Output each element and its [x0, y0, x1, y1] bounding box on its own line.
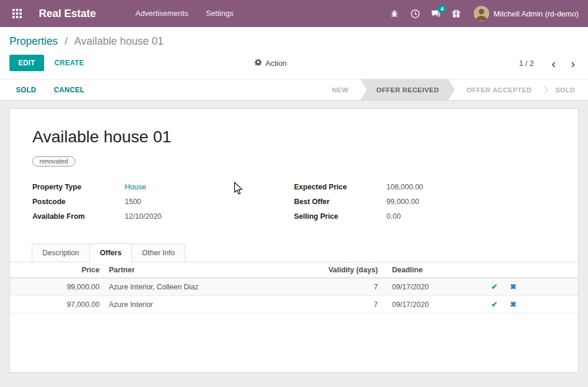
refuse-offer-icon[interactable]: ✖	[510, 300, 517, 309]
tab-offers[interactable]: Offers	[89, 243, 132, 262]
offer-1-validity: 7	[278, 278, 383, 296]
activities-clock-icon[interactable]	[405, 0, 426, 27]
column-spacer	[523, 262, 578, 278]
offer-row-1[interactable]: 99,000.00 Azure Interior, Colleen Diaz 7…	[10, 278, 578, 296]
offer-1-partner: Azure Interior, Colleen Diaz	[104, 278, 278, 296]
breadcrumb-separator: /	[65, 35, 68, 47]
cancel-button[interactable]: CANCEL	[45, 82, 94, 98]
user-name: Mitchell Admin (rd-demo)	[494, 9, 579, 18]
app-window: Real Estate Advertisements Settings	[0, 0, 588, 387]
column-deadline[interactable]: Deadline	[383, 262, 486, 278]
messages-chat-icon[interactable]: 4	[426, 0, 446, 27]
top-navbar: Real Estate Advertisements Settings	[0, 0, 588, 27]
breadcrumb: Properties / Available house 01	[9, 35, 579, 48]
field-value-expected-price: 106,000.00	[387, 182, 424, 192]
offer-row-2[interactable]: 97,000.00 Azure Interior 7 09/17/2020 ✔ …	[10, 296, 578, 313]
status-step-sold[interactable]: SOLD	[543, 79, 587, 100]
field-label-available-from: Available From	[32, 212, 125, 221]
chat-unread-badge: 4	[438, 5, 446, 13]
user-menu[interactable]: Mitchell Admin (rd-demo)	[467, 0, 588, 27]
gear-icon	[254, 58, 262, 68]
statusbar-buttons: SOLD CANCEL	[0, 79, 93, 100]
column-validity[interactable]: Validity (days)	[278, 262, 383, 278]
field-label-selling-price: Selling Price	[294, 212, 387, 221]
field-value-selling-price: 0.00	[387, 212, 401, 221]
offer-2-deadline: 09/17/2020	[383, 296, 486, 313]
refuse-offer-icon[interactable]: ✖	[510, 282, 517, 291]
form-sheet: Available house 01 renovated Property Ty…	[9, 108, 579, 373]
status-step-offer-received[interactable]: OFFER RECEIVED	[360, 79, 455, 100]
status-step-new[interactable]: NEW	[320, 79, 360, 100]
status-step-offer-accepted[interactable]: OFFER ACCEPTED	[455, 79, 544, 100]
menu-advertisements[interactable]: Advertisements	[127, 0, 197, 27]
offer-1-price: 99,000.00	[10, 278, 104, 296]
record-title: Available house 01	[32, 128, 556, 146]
notebook-tabs: Description Offers Other Info	[10, 243, 578, 262]
pager-next-icon[interactable]: ›	[567, 57, 579, 69]
apps-grid-icon	[12, 9, 22, 18]
offers-table: Price Partner Validity (days) Deadline 9…	[10, 262, 578, 313]
offer-2-partner: Azure Interior	[104, 296, 278, 313]
status-pipeline: NEW OFFER RECEIVED OFFER ACCEPTED SOLD	[320, 79, 587, 100]
field-value-best-offer: 99,000.00	[387, 197, 420, 206]
tab-description[interactable]: Description	[32, 243, 90, 262]
edit-button[interactable]: EDIT	[9, 55, 44, 71]
offer-2-validity: 7	[278, 296, 383, 313]
pager-count[interactable]: 1 / 2	[519, 59, 540, 68]
pager: 1 / 2 ‹ ›	[519, 57, 579, 69]
apps-menu-button[interactable]	[7, 0, 27, 27]
field-label-best-offer: Best Offer	[294, 197, 387, 206]
offer-2-price: 97,000.00	[10, 296, 104, 313]
column-refuse	[503, 262, 523, 278]
column-partner[interactable]: Partner	[104, 262, 278, 278]
accept-offer-icon[interactable]: ✔	[491, 300, 498, 309]
breadcrumb-current: Available house 01	[74, 35, 164, 47]
systray: 4	[384, 0, 467, 27]
action-menu-label: Action	[265, 59, 287, 68]
app-title[interactable]: Real Estate	[39, 8, 96, 20]
statusbar: SOLD CANCEL NEW OFFER RECEIVED OFFER ACC…	[0, 79, 588, 101]
field-value-available-from: 12/10/2020	[125, 212, 162, 221]
tag-renovated: renovated	[32, 156, 75, 166]
column-price[interactable]: Price	[10, 262, 104, 278]
field-label-property-type: Property Type	[32, 182, 125, 192]
user-avatar	[474, 6, 489, 21]
field-grid: Property Type House Postcode 1500 Availa…	[32, 182, 556, 226]
field-label-postcode: Postcode	[32, 197, 125, 206]
sold-button[interactable]: SOLD	[7, 82, 45, 98]
field-value-postcode: 1500	[125, 197, 141, 206]
accept-offer-icon[interactable]: ✔	[491, 282, 498, 291]
action-menu-button[interactable]: Action	[254, 58, 287, 68]
offers-header-row: Price Partner Validity (days) Deadline	[10, 262, 578, 278]
column-accept	[486, 262, 503, 278]
content-area: Available house 01 renovated Property Ty…	[0, 101, 588, 387]
debug-bug-icon[interactable]	[384, 0, 405, 27]
tab-other-info[interactable]: Other Info	[131, 243, 185, 262]
field-value-property-type[interactable]: House	[125, 182, 146, 192]
create-button[interactable]: CREATE	[55, 59, 84, 67]
pager-previous-icon[interactable]: ‹	[548, 57, 559, 69]
menu-settings[interactable]: Settings	[197, 0, 242, 27]
field-label-expected-price: Expected Price	[294, 182, 387, 192]
control-row: EDIT CREATE Action 1 / 2 ‹ ›	[9, 55, 579, 79]
breadcrumb-properties[interactable]: Properties	[9, 35, 58, 47]
control-panel: Properties / Available house 01 EDIT CRE…	[0, 27, 588, 79]
gift-icon[interactable]	[446, 0, 467, 27]
offer-1-deadline: 09/17/2020	[383, 278, 486, 296]
